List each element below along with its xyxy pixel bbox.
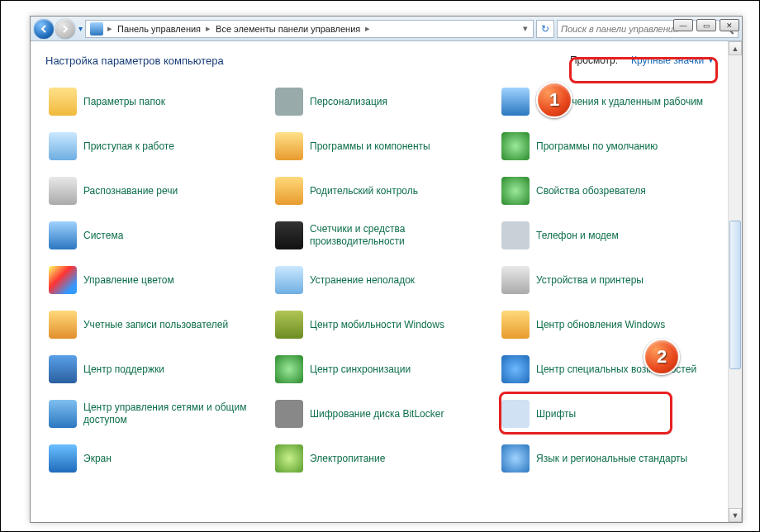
cp-item-bitlocker[interactable]: Шифрование диска BitLocker [272, 395, 493, 433]
cp-item-action-center[interactable]: Центр поддержки [45, 350, 267, 388]
cp-item-label: Центр управления сетями и общим доступом [83, 401, 264, 426]
minimize-button[interactable]: — [673, 19, 693, 31]
chevron-right-icon: ▸ [204, 23, 212, 34]
parental-icon [275, 177, 303, 205]
cp-item-system[interactable]: Система [45, 216, 267, 254]
breadcrumb-dropdown[interactable]: ▾ [520, 23, 531, 34]
cp-item-display[interactable]: Экран [45, 439, 267, 477]
maximize-button[interactable]: ▭ [696, 19, 716, 31]
phone-modem-icon [501, 221, 530, 249]
view-control: Просмотр: Крупные значки ▼ [570, 53, 720, 68]
cp-item-mobility-center[interactable]: Центр мобильности Windows [272, 306, 493, 344]
cp-item-perf-counters[interactable]: Счетчики и средства производительности [272, 216, 493, 254]
cp-item-label: Программы по умолчанию [536, 140, 658, 153]
cp-item-troubleshoot[interactable]: Устранение неполадок [272, 261, 493, 299]
forward-button[interactable] [55, 19, 75, 39]
personalization-icon [275, 88, 303, 116]
view-current: Крупные значки [631, 55, 704, 66]
system-icon [49, 221, 77, 249]
speech-icon [49, 177, 77, 205]
cp-item-label: Шрифты [536, 408, 576, 420]
breadcrumb[interactable]: ▸ Панель управления ▸ Все элементы панел… [85, 20, 534, 38]
window-frame: — ▭ ✕ ▾ ▸ Панель управления ▸ Все элемен… [30, 16, 743, 523]
window: — ▭ ✕ ▾ ▸ Панель управления ▸ Все элемен… [0, 0, 760, 532]
windows-update-icon [501, 311, 530, 339]
color-mgmt-icon [49, 266, 77, 294]
nav-arrows: ▾ [34, 19, 83, 39]
internet-options-icon [501, 177, 530, 205]
cp-item-parental[interactable]: Родительский контроль [272, 172, 493, 210]
scroll-down-button[interactable]: ▼ [729, 508, 742, 522]
annotation-badge-1: 1 [536, 82, 572, 118]
cp-item-label: Распознавание речи [83, 185, 178, 197]
cp-item-label: Электропитание [310, 453, 385, 465]
view-dropdown[interactable]: Крупные значки ▼ [626, 53, 720, 68]
cp-item-remote-connect[interactable]: Подключения к удаленным рабочим [498, 83, 720, 121]
cp-item-label: Экран [83, 453, 112, 465]
chevron-right-icon: ▸ [363, 23, 372, 34]
cp-item-programs-features[interactable]: Программы и компоненты [272, 127, 493, 165]
bitlocker-icon [275, 400, 303, 428]
scrollbar-thumb[interactable] [729, 221, 741, 369]
cp-item-label: Центр поддержки [83, 363, 164, 376]
cp-item-power[interactable]: Электропитание [272, 439, 493, 477]
perf-counters-icon [275, 221, 303, 249]
cp-item-label: Управление цветом [83, 274, 174, 287]
cp-item-label: Учетные записи пользователей [83, 319, 228, 331]
power-icon [275, 444, 303, 473]
cp-item-getting-started[interactable]: Приступая к работе [45, 127, 267, 165]
region-lang-icon [501, 444, 530, 473]
content-area: Настройка параметров компьютера Просмотр… [31, 41, 742, 522]
cp-item-personalization[interactable]: Персонализация [272, 83, 493, 121]
cp-item-internet-options[interactable]: Свойства обозревателя [498, 172, 720, 210]
back-button[interactable] [34, 19, 54, 39]
cp-item-label: Программы и компоненты [310, 140, 430, 153]
cp-item-devices-printers[interactable]: Устройства и принтеры [498, 261, 720, 299]
cp-item-ease-of-access[interactable]: Центр специальных возможностей [498, 350, 720, 388]
troubleshoot-icon [275, 266, 303, 294]
user-accounts-icon [49, 311, 77, 339]
cp-item-label: Центр мобильности Windows [310, 319, 444, 331]
refresh-button[interactable]: ↻ [536, 20, 554, 38]
view-label: Просмотр: [570, 55, 618, 66]
cp-item-user-accounts[interactable]: Учетные записи пользователей [45, 306, 267, 344]
cp-item-phone-modem[interactable]: Телефон и модем [498, 216, 720, 254]
network-sharing-icon [49, 400, 77, 428]
chevron-down-icon: ▼ [707, 56, 715, 64]
cp-item-label: Родительский контроль [310, 185, 418, 197]
breadcrumb-seg-1[interactable]: Панель управления [114, 24, 204, 34]
cp-item-label: Центр синхронизации [310, 363, 411, 376]
annotation-badge-2: 2 [644, 339, 680, 375]
cp-item-label: Приступая к работе [83, 140, 174, 153]
scroll-up-button[interactable]: ▲ [729, 41, 742, 55]
scrollbar-track[interactable] [729, 55, 742, 508]
control-panel-icon [90, 22, 103, 36]
cp-item-region-lang[interactable]: Язык и региональные стандарты [498, 439, 720, 477]
scrollbar[interactable]: ▲ ▼ [728, 41, 742, 522]
folder-options-icon [49, 88, 77, 116]
cp-item-label: Счетчики и средства производительности [310, 223, 490, 248]
cp-item-label: Шифрование диска BitLocker [310, 408, 444, 420]
cp-item-windows-update[interactable]: Центр обновления Windows [498, 306, 720, 344]
close-button[interactable]: ✕ [720, 19, 739, 31]
breadcrumb-seg-2[interactable]: Все элементы панели управления [212, 24, 363, 34]
fonts-icon [501, 400, 530, 428]
cp-item-color-mgmt[interactable]: Управление цветом [45, 261, 267, 299]
main-pane: Настройка параметров компьютера Просмотр… [31, 41, 728, 522]
cp-item-default-programs[interactable]: Программы по умолчанию [498, 127, 720, 165]
cp-item-label: Устройства и принтеры [536, 274, 644, 287]
cp-item-network-sharing[interactable]: Центр управления сетями и общим доступом [45, 395, 267, 433]
sync-center-icon [275, 355, 303, 383]
control-panel-grid: Параметры папокПерсонализацияПодключения… [45, 83, 720, 477]
chevron-right-icon: ▸ [106, 23, 114, 34]
cp-item-label: Центр обновления Windows [536, 319, 665, 331]
cp-item-speech[interactable]: Распознавание речи [45, 172, 267, 210]
cp-item-sync-center[interactable]: Центр синхронизации [272, 350, 493, 388]
history-dropdown[interactable]: ▾ [78, 24, 83, 33]
getting-started-icon [49, 132, 77, 160]
cp-item-folder-options[interactable]: Параметры папок [45, 83, 267, 121]
action-center-icon [49, 355, 77, 383]
cp-item-fonts[interactable]: Шрифты [498, 395, 720, 433]
cp-item-label: Система [83, 230, 123, 242]
cp-item-label: Параметры папок [83, 96, 165, 108]
